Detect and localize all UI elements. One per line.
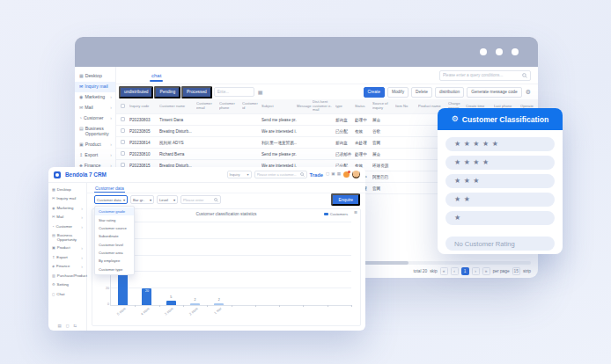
pagination-next-button[interactable]: ›	[472, 267, 480, 275]
select-all-checkbox[interactable]	[121, 104, 125, 108]
group-by-select[interactable]: Customer data▾	[94, 195, 128, 204]
trade-link[interactable]: Trade	[310, 172, 323, 178]
layout-icon[interactable]: ▦	[337, 172, 341, 177]
window-icon[interactable]: ◻	[66, 324, 70, 328]
sidebar-item[interactable]: ↥ Export ›	[48, 253, 86, 263]
action-button[interactable]: distribution	[435, 87, 464, 98]
pagination-first-button[interactable]: «	[440, 267, 448, 275]
sidebar-item[interactable]: ◉ Marketing ›	[48, 204, 86, 214]
sidebar-item[interactable]: ◔ Customer ›	[48, 222, 86, 232]
sidebar-item[interactable]: ⚙ Setting ›	[48, 281, 86, 291]
sidebar-item[interactable]: ▦ Desktop ›	[75, 71, 115, 82]
chart-type-select[interactable]: Bar gr..▾	[130, 195, 154, 204]
chart-filter-row: Customer data▾ Bar gr..▾ Level▾ Enquire	[87, 193, 365, 206]
sidebar-item[interactable]: ✉ Mail ›	[75, 103, 115, 113]
rating-row[interactable]: ★★★★	[445, 156, 555, 170]
enquire-button[interactable]: Enquire	[331, 193, 360, 206]
row-checkbox[interactable]	[121, 140, 125, 144]
rating-row[interactable]: ★★	[445, 193, 555, 207]
cell-status: 处理中	[355, 118, 372, 122]
star-rating-icons: ★★★	[454, 178, 482, 185]
pagination-last-button[interactable]: »	[482, 267, 490, 275]
module-select[interactable]: Inquiry ▾	[227, 171, 252, 178]
row-checkbox[interactable]	[121, 117, 125, 121]
sidebar-item[interactable]: ✉ Mail ›	[48, 214, 86, 223]
row-checkbox-cell	[121, 117, 129, 122]
chevron-right-icon: ›	[110, 142, 114, 148]
pagination-page-size-select[interactable]: 15	[512, 267, 520, 275]
rating-row[interactable]: ★	[445, 211, 555, 225]
rating-row[interactable]: ★★★★★	[445, 137, 555, 151]
rating-row[interactable]: ★★★	[445, 174, 555, 188]
docs-icon[interactable]: ▣	[331, 172, 335, 177]
sidebar-item[interactable]: ✉ Inquiry mail ›	[48, 195, 86, 205]
status-filter-button[interactable]: undistributed	[119, 86, 153, 98]
action-button[interactable]: Create	[364, 87, 385, 98]
sidebar-item[interactable]: ▤ Business Opportunity ›	[48, 232, 86, 244]
sidebar-item[interactable]: ◻ Chat ›	[48, 290, 86, 300]
apps-icon[interactable]: ▢	[326, 172, 329, 177]
filter-input[interactable]	[183, 198, 213, 202]
chevron-right-icon: ›	[110, 95, 114, 100]
status-filter-button[interactable]: Pending	[154, 86, 180, 98]
business-opportunity-icon: ▤	[79, 127, 84, 132]
user-avatar[interactable]	[352, 171, 360, 178]
x-axis-tick-mark	[159, 305, 160, 307]
pagination-current-page[interactable]: 1	[461, 267, 469, 275]
dropdown-option[interactable]: Customer area	[95, 249, 134, 257]
purchase-icon: ▥	[52, 274, 55, 278]
status-filter-button[interactable]: Processed	[181, 86, 212, 98]
level-select[interactable]: Level▾	[157, 195, 178, 204]
setting-icon: ⚙	[52, 283, 55, 287]
filter-search-input[interactable]	[217, 90, 251, 94]
query-search-input[interactable]	[443, 73, 520, 77]
sidebar-item[interactable]: ▦ Desktop ›	[48, 186, 86, 195]
action-button[interactable]: Modify	[387, 87, 409, 98]
x-axis-tick-mark	[183, 305, 184, 307]
pagination-total: total 20	[413, 269, 427, 273]
sidebar-item[interactable]: ▥ Purchase/Product ›	[48, 272, 86, 281]
dropdown-option[interactable]: Star rating	[95, 215, 134, 223]
chart-menu-icon[interactable]: ≡	[354, 210, 357, 216]
cell-status: 未处理	[355, 141, 372, 145]
dropdown-option[interactable]: By employee	[95, 257, 134, 265]
cell-source: 环球资源	[372, 164, 395, 168]
sidebar-item[interactable]: ▣ Product ›	[48, 244, 86, 254]
advanced-filter-icon[interactable]: ▦	[258, 89, 263, 95]
action-button[interactable]: Generate message code	[467, 87, 522, 98]
sidebar-item[interactable]: ◔ Customer ›	[75, 113, 115, 124]
settings-gear-icon[interactable]: ⚙	[526, 89, 531, 95]
no-rating-row[interactable]: No Customer Rating	[445, 237, 555, 251]
mail-icon: ✉	[52, 215, 55, 219]
dropdown-option[interactable]: Customer grade	[95, 207, 134, 215]
menu-icon[interactable]: ▤	[58, 324, 62, 328]
dropdown-option[interactable]: Customer level	[95, 241, 134, 249]
chevron-right-icon: ›	[81, 207, 85, 212]
sidebar-item[interactable]: ▤ Business Opportunity ›	[75, 124, 115, 140]
chevron-right-icon: ›	[81, 225, 85, 230]
sidebar-item[interactable]: ✉ Inquiry mail ›	[75, 82, 115, 92]
notification-bell-icon[interactable]	[343, 171, 350, 178]
window-control-dots[interactable]	[480, 48, 519, 55]
gridline	[111, 255, 351, 256]
global-search-input[interactable]	[257, 172, 299, 177]
mail-icon: ✉	[79, 106, 83, 111]
collapse-icon[interactable]: ⇆	[74, 324, 77, 328]
star-rating-icons: ★★	[454, 196, 473, 203]
row-checkbox[interactable]	[121, 151, 125, 156]
sidebar-item[interactable]: ◈ Finance ›	[48, 263, 86, 273]
sidebar-item[interactable]: ↥ Export ›	[75, 150, 115, 161]
dropdown-option[interactable]: Subordinate	[95, 232, 134, 240]
sidebar-item[interactable]: ▣ Product ›	[75, 140, 115, 150]
tab-chat[interactable]: chat	[150, 69, 163, 82]
chart-legend[interactable]: Customers	[324, 212, 348, 216]
dropdown-option[interactable]: Customer source	[95, 224, 134, 232]
column-header: Customer phone	[219, 102, 242, 110]
sidebar-item[interactable]: ◉ Marketing ›	[75, 92, 115, 103]
row-checkbox[interactable]	[121, 128, 125, 133]
dropdown-option[interactable]: Customer type	[95, 266, 134, 273]
desktop-icon: ▦	[52, 188, 55, 192]
tab-customer-data[interactable]: Customer data	[94, 184, 125, 193]
action-button[interactable]: Delete	[411, 87, 432, 98]
pagination-prev-button[interactable]: ‹	[451, 267, 459, 275]
